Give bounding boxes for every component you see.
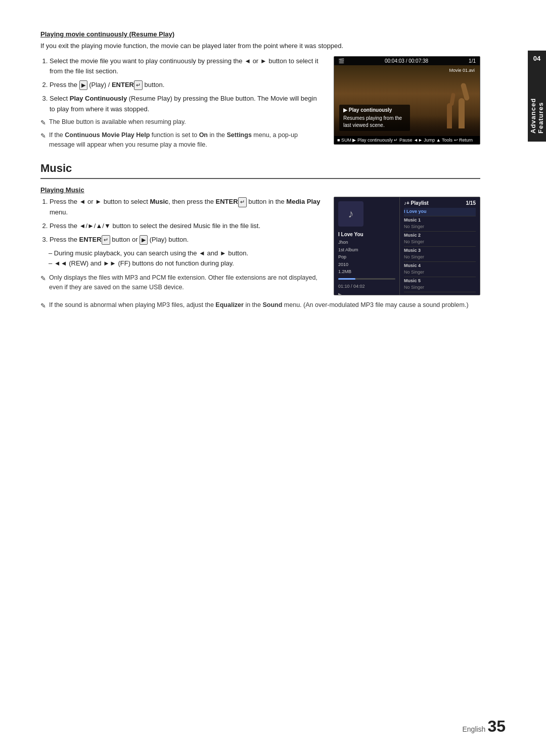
music-size: 1.2MB xyxy=(338,268,395,275)
movie-screenshot: 🎬 00:04:03 / 00:07:38 1/1 xyxy=(334,56,480,145)
playlist-item-2-sub: No Singer xyxy=(404,239,476,246)
step-2: Press the ▶ (Play) / ENTER↵ button. xyxy=(50,80,324,91)
resume-play-content: Select the movie file you want to play c… xyxy=(40,56,480,152)
music-section-title: Music xyxy=(40,162,480,179)
playlist-item-0-title: I Love you xyxy=(404,208,476,215)
music-step-1: Press the ◄ or ► button to select Music,… xyxy=(50,197,324,218)
music-year: 2010 xyxy=(338,261,395,268)
playlist-item-4: Music 4 No Singer xyxy=(404,262,476,277)
music-note-graphic: ♪ xyxy=(338,201,363,227)
page-container: 04 Advanced Features Playing movie conti… xyxy=(0,0,546,756)
footer: English 35 xyxy=(462,717,506,736)
movie-time: 00:04:03 / 00:07:38 xyxy=(385,58,428,64)
music-step-2: Press the ◄/►/▲/▼ button to select the d… xyxy=(50,221,324,232)
playlist-item-1-title: Music 1 xyxy=(404,217,476,224)
playlist-item-3-title: Music 3 xyxy=(404,247,476,254)
movie-filename: Movie 01.avi xyxy=(449,68,475,73)
music-note-1: ✎ Only displays the files with MP3 and P… xyxy=(40,273,324,292)
music-info: I Love You Jhon 1st Album Pop 2010 1.2MB xyxy=(338,231,395,275)
music-left-panel: ♪ I Love You Jhon 1st Album Pop 2010 1.2… xyxy=(334,197,400,295)
music-sub-notes: During music playback, you can search us… xyxy=(49,248,324,270)
music-content: Press the ◄ or ► button to select Music,… xyxy=(40,197,480,295)
music-progress-bar xyxy=(338,278,395,280)
playing-music-heading: Playing Music xyxy=(40,186,480,194)
movie-controls: ■ SUM ▶ Play continuously ↵ Pause ◄► Jum… xyxy=(337,138,473,143)
footer-page-number: 35 xyxy=(487,717,506,736)
movie-page: 1/1 xyxy=(469,58,476,64)
music-note-symbol: ♪ xyxy=(348,207,354,220)
resume-play-intro: If you exit the playing movie function, … xyxy=(40,41,480,51)
music-play-indicator: ▶ xyxy=(338,292,395,295)
note-icon-2: ✎ xyxy=(40,131,46,141)
movie-bottom-bar: ■ SUM ▶ Play continuously ↵ Pause ◄► Jum… xyxy=(334,136,480,144)
playlist-item-2: Music 2 No Singer xyxy=(404,232,476,247)
step-1: Select the movie file you want to play c… xyxy=(50,56,324,77)
music-song-title: I Love You xyxy=(338,231,395,239)
note-2: ✎ If the Continuous Movie Play Help func… xyxy=(40,130,324,150)
music-screenshot-col: ♪ I Love You Jhon 1st Album Pop 2010 1.2… xyxy=(334,197,480,295)
playlist-item-2-title: Music 2 xyxy=(404,232,476,239)
music-note-text-2: If the sound is abnormal when playing MP… xyxy=(49,300,480,310)
overlay-title: ▶ Play continuously xyxy=(343,107,406,114)
chapter-title: Advanced Features xyxy=(528,61,546,142)
resume-play-steps: Select the movie file you want to play c… xyxy=(50,56,324,115)
music-right-panel: ♪+ Playlist 1/15 I Love you Music 1 No S… xyxy=(400,197,480,295)
movie-screenshot-col: 🎬 00:04:03 / 00:07:38 1/1 xyxy=(334,56,480,152)
step-3: Select Play Continuously (Resume Play) b… xyxy=(50,94,324,115)
resume-play-steps-col: Select the movie file you want to play c… xyxy=(40,56,324,152)
sub-note-1: During music playback, you can search us… xyxy=(49,248,324,259)
playlist-item-4-title: Music 4 xyxy=(404,262,476,270)
music-note-text-1: Only displays the files with MP3 and PCM… xyxy=(49,273,324,292)
note-icon-1: ✎ xyxy=(40,118,46,128)
music-time: 01:10 / 04:02 xyxy=(338,284,395,289)
music-screen-content: ♪ I Love You Jhon 1st Album Pop 2010 1.2… xyxy=(334,197,480,295)
music-step-3: Press the ENTER↵ button or ▶ (Play) butt… xyxy=(50,235,324,245)
music-screenshot: ♪ I Love You Jhon 1st Album Pop 2010 1.2… xyxy=(334,197,480,295)
music-steps: Press the ◄ or ► button to select Music,… xyxy=(50,197,324,245)
playlist-item-1-sub: No Singer xyxy=(404,224,476,231)
music-genre: Pop xyxy=(338,253,395,260)
playlist-item-1: Music 1 No Singer xyxy=(404,216,476,232)
playlist-label: ♪+ Playlist xyxy=(404,200,429,206)
music-note-2: ✎ If the sound is abnormal when playing … xyxy=(40,300,480,311)
music-note-icon-1: ✎ xyxy=(40,274,46,284)
note-text-2: If the Continuous Movie Play Help functi… xyxy=(49,130,324,150)
music-album: 1st Album xyxy=(338,246,395,253)
footer-language: English xyxy=(462,725,485,733)
playlist-header: ♪+ Playlist 1/15 xyxy=(404,200,476,206)
playlist-item-3: Music 3 No Singer xyxy=(404,247,476,262)
music-artist: Jhon xyxy=(338,239,395,246)
sub-note-2: ◄◄ (REW) and ►► (FF) buttons do not func… xyxy=(49,258,324,269)
music-steps-col: Press the ◄ or ► button to select Music,… xyxy=(40,197,324,295)
playlist-page: 1/15 xyxy=(466,200,476,206)
music-progress-fill xyxy=(338,278,355,280)
playlist-item-4-sub: No Singer xyxy=(404,269,476,276)
playlist-item-3-sub: No Singer xyxy=(404,254,476,261)
overlay-text: Resumes playing from the last viewed sce… xyxy=(343,115,406,129)
movie-screen: ▶ Play continuously Resumes playing from… xyxy=(334,65,480,136)
resume-play-heading: Playing movie continuously (Resume Play) xyxy=(40,30,480,38)
music-note-icon-2: ✎ xyxy=(40,301,46,311)
music-section: Music Playing Music Press the ◄ or ► but… xyxy=(40,162,480,311)
note-1: ✎ The Blue button is available when resu… xyxy=(40,117,324,128)
playlist-item-5-title: Music 5 xyxy=(404,278,476,285)
playlist-item-5: Music 5 No Singer xyxy=(404,277,476,292)
note-text-1: The Blue button is available when resumi… xyxy=(49,117,324,127)
movie-top-bar: 🎬 00:04:03 / 00:07:38 1/1 xyxy=(334,57,480,65)
movie-icon: 🎬 xyxy=(338,58,344,64)
resume-play-section: Playing movie continuously (Resume Play)… xyxy=(40,30,480,152)
main-content: Playing movie continuously (Resume Play)… xyxy=(40,30,506,311)
playlist-item-5-sub: No Singer xyxy=(404,284,476,291)
playlist-item-0: I Love you xyxy=(404,208,476,216)
movie-overlay: ▶ Play continuously Resumes playing from… xyxy=(339,105,410,131)
